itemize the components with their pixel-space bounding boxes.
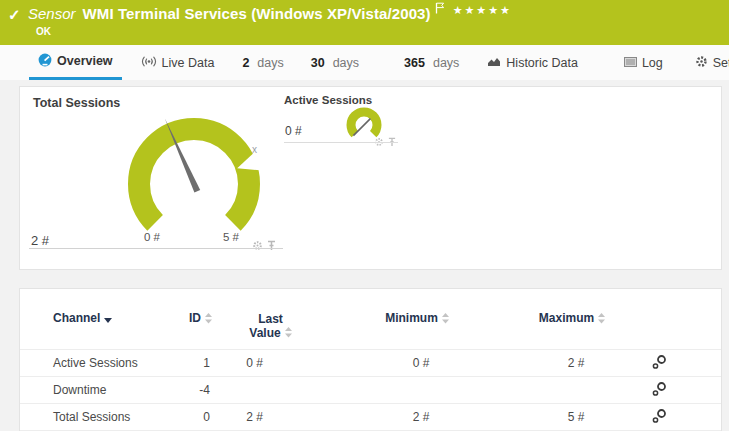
- broadcast-icon: [141, 56, 157, 70]
- tab-settings-label: Settings: [713, 56, 729, 70]
- table-header-row: Channel ID Last Value Minimum Maximum: [20, 289, 721, 349]
- total-sessions-underline: [29, 248, 283, 249]
- sort-icon: [285, 327, 292, 341]
- tab-live-data[interactable]: Live Data: [132, 45, 224, 80]
- tab-bar: Overview Live Data 2 days 30 days 365 da…: [0, 45, 729, 80]
- column-header-maximum-label: Maximum: [539, 312, 594, 326]
- channel-name: Active Sessions: [53, 356, 173, 370]
- column-header-channel-label: Channel: [53, 312, 100, 326]
- channel-id: 0: [203, 410, 218, 424]
- channel-maximum: 2 #: [568, 356, 585, 370]
- total-sessions-gauge-title: Total Sessions: [33, 96, 120, 110]
- column-header-minimum-label: Minimum: [385, 312, 438, 326]
- channel-settings-icon[interactable]: [651, 381, 667, 400]
- active-sessions-gauge-title: Active Sessions: [284, 94, 372, 106]
- tab-2-days-unit: days: [257, 56, 283, 70]
- tab-365-days-number: 365: [404, 56, 425, 70]
- tab-log[interactable]: Log: [615, 45, 672, 80]
- total-sessions-current-value: 2 #: [31, 233, 49, 248]
- table-row[interactable]: Total Sessions 0 2 # 2 # 5 #: [20, 403, 721, 430]
- channel-name: Downtime: [53, 383, 173, 397]
- column-header-minimum[interactable]: Minimum: [385, 312, 449, 328]
- sensor-title: WMI Terminal Services (Windows XP/Vista/…: [83, 5, 431, 22]
- channel-minimum: 2 #: [413, 410, 430, 424]
- tab-log-label: Log: [642, 56, 663, 70]
- tab-30-days[interactable]: 30 days: [302, 45, 368, 80]
- channel-settings-icon[interactable]: [651, 354, 667, 373]
- total-sessions-scale-min: 0 #: [144, 231, 160, 243]
- tab-overview[interactable]: Overview: [29, 45, 122, 80]
- tab-overview-label: Overview: [57, 54, 113, 68]
- total-sessions-limit-marker: x: [252, 144, 257, 155]
- flag-icon: [435, 0, 445, 18]
- tab-settings[interactable]: Settings: [686, 45, 729, 80]
- priority-stars[interactable]: ★★★★★: [453, 4, 512, 17]
- table-row[interactable]: Downtime -4: [20, 376, 721, 403]
- log-list-icon: [624, 56, 637, 70]
- column-header-value-label: Value: [249, 326, 280, 341]
- total-sessions-gauge-arc: [139, 129, 249, 223]
- sort-icon: [442, 313, 449, 328]
- gauge-graphics: [20, 87, 721, 269]
- sensor-header: ✓ Sensor WMI Terminal Services (Windows …: [0, 0, 729, 45]
- gauge-icon: [38, 53, 52, 70]
- tab-30-days-unit: days: [333, 56, 359, 70]
- channel-id: -4: [199, 383, 218, 397]
- tab-2-days[interactable]: 2 days: [233, 45, 292, 80]
- tab-historic-data[interactable]: Historic Data: [478, 45, 587, 80]
- channel-last-value: 2 #: [246, 410, 263, 424]
- gear-icon: [695, 55, 708, 71]
- channel-minimum: 0 #: [413, 356, 430, 370]
- channel-name: Total Sessions: [53, 410, 173, 424]
- channel-maximum: 5 #: [568, 410, 585, 424]
- active-sessions-gauge-arc: [351, 112, 377, 134]
- channel-settings-icon[interactable]: [651, 408, 667, 427]
- gauges-panel: Total Sessions x 2 # 0 # 5 # Active Sess…: [19, 86, 722, 270]
- tab-historic-data-label: Historic Data: [506, 56, 578, 70]
- column-header-channel[interactable]: Channel: [53, 312, 173, 327]
- table-row[interactable]: Active Sessions 1 0 # 0 # 2 #: [20, 349, 721, 376]
- status-ok-check-icon: ✓: [8, 6, 21, 24]
- gauge-pin-icon[interactable]: [267, 237, 276, 255]
- tab-365-days-unit: days: [433, 56, 459, 70]
- active-sessions-underline: [284, 142, 398, 143]
- prtg-sensor-page: ✓ Sensor WMI Terminal Services (Windows …: [0, 0, 729, 431]
- tab-365-days[interactable]: 365 days: [395, 45, 468, 80]
- channel-id: 1: [203, 356, 218, 370]
- chart-icon: [487, 56, 501, 70]
- tab-2-days-number: 2: [242, 56, 249, 70]
- sort-icon: [598, 313, 605, 328]
- channels-table-panel: Channel ID Last Value Minimum Maximum: [19, 288, 722, 431]
- active-sessions-current-value: 0 #: [285, 124, 302, 138]
- tab-30-days-number: 30: [311, 56, 325, 70]
- column-header-id[interactable]: ID: [189, 312, 218, 328]
- sort-desc-icon: [104, 313, 112, 327]
- channel-last-value: 0 #: [246, 356, 263, 370]
- total-sessions-scale-max: 5 #: [223, 231, 239, 243]
- column-header-last-value[interactable]: Last Value: [249, 312, 291, 341]
- column-header-id-label: ID: [189, 312, 201, 326]
- tab-live-data-label: Live Data: [162, 56, 215, 70]
- column-header-last-label: Last: [249, 312, 291, 326]
- gauge-settings-gear-icon[interactable]: [252, 237, 263, 255]
- object-kind-label: Sensor: [28, 5, 76, 22]
- total-sessions-tools: [252, 237, 276, 255]
- sensor-status-badge: OK: [36, 26, 51, 37]
- column-header-maximum[interactable]: Maximum: [539, 312, 605, 328]
- sort-icon: [205, 313, 212, 328]
